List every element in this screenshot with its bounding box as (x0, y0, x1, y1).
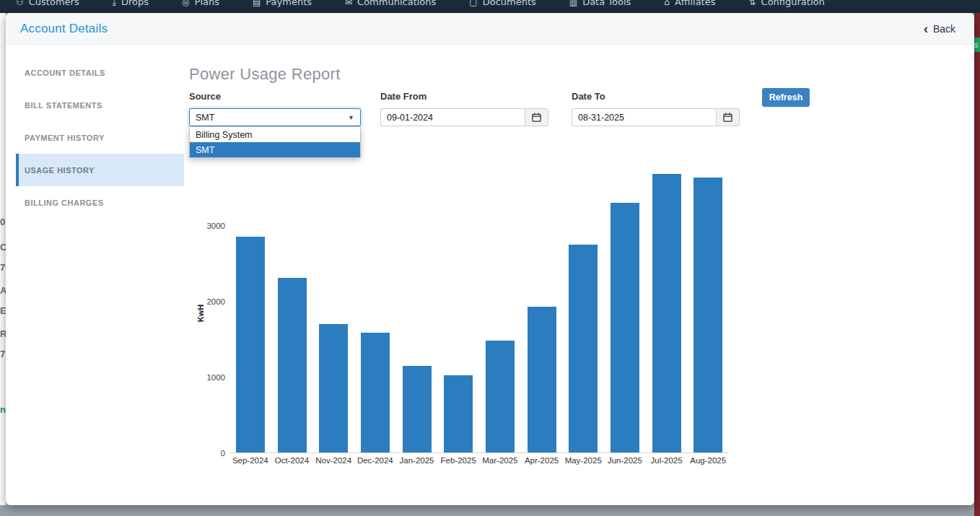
top-nav-items: ⚇Customers⤓Drops◎Plans▤Payments✉Communic… (0, 0, 980, 7)
background-bottom-strip (0, 505, 974, 516)
source-options-list: Billing SystemSMT (189, 126, 361, 158)
nav-item-label: Communications (357, 0, 436, 7)
calendar-icon (723, 113, 732, 122)
nav-item-affiliates[interactable]: ⌂Affiliates (664, 0, 715, 7)
background-fragment: 7 (0, 349, 5, 359)
bar-apr-2025[interactable] (528, 307, 556, 452)
nav-item-payments[interactable]: ▤Payments (253, 0, 312, 7)
calendar-icon (532, 113, 541, 122)
y-tick-label: 1000 (206, 373, 225, 382)
nav-item-label: Plans (195, 0, 219, 7)
bar-cell (229, 173, 271, 452)
date-to-calendar-button[interactable] (716, 108, 740, 126)
x-tick-label: Nov-2024 (312, 456, 354, 465)
page-title: Power Usage Report (189, 65, 341, 84)
sidebar-item-label: ACCOUNT DETAILS (25, 69, 105, 77)
refresh-button[interactable]: Refresh (762, 88, 810, 107)
bar-sep-2024[interactable] (236, 237, 265, 452)
nav-item-label: Payments (266, 0, 312, 7)
date-to-input[interactable] (572, 108, 716, 126)
nav-item-customers[interactable]: ⚇Customers (16, 0, 79, 7)
background-page-left-edge: 0C7AER7n (0, 13, 6, 505)
date-to-label: Date To (572, 91, 740, 102)
account-details-modal: Account Details ‹ Back ACCOUNT DETAILSBI… (6, 13, 974, 505)
nav-item-label: Drops (121, 0, 149, 7)
background-fragment: 7 (0, 262, 5, 273)
bar-aug-2025[interactable] (694, 178, 722, 452)
nav-item-drops[interactable]: ⤓Drops (113, 0, 149, 7)
sidebar-item-label: USAGE HISTORY (25, 166, 95, 175)
background-fragment: 0 (0, 217, 5, 227)
bar-may-2025[interactable] (569, 245, 598, 452)
nav-item-configuration[interactable]: ⇅Configuration (749, 0, 825, 7)
source-field: Source SMT ▼ Billing SystemSMT (189, 91, 361, 126)
usage-chart: KwH 0100020003000 Sep-2024Oct-2024Nov-20… (189, 157, 745, 482)
communications-icon: ✉ (345, 0, 352, 7)
y-axis-ticks: 0100020003000 (199, 173, 225, 453)
nav-item-label: Configuration (761, 0, 825, 7)
back-button[interactable]: ‹ Back (924, 13, 955, 45)
bar-mar-2025[interactable] (486, 341, 515, 452)
caret-down-icon: ▼ (348, 114, 354, 121)
date-from-label: Date From (380, 91, 548, 102)
source-select[interactable]: SMT ▼ (189, 108, 361, 126)
bar-oct-2024[interactable] (278, 278, 307, 452)
bar-cell (646, 173, 688, 452)
nav-item-label: Affiliates (675, 0, 716, 7)
sidebar-item-bill-statements[interactable]: BILL STATEMENTS (16, 89, 184, 121)
x-tick-label: Dec-2024 (354, 456, 396, 465)
background-fragment: E (0, 305, 6, 316)
y-tick-label: 3000 (206, 222, 225, 230)
bar-nov-2024[interactable] (319, 324, 348, 452)
bar-jul-2025[interactable] (652, 174, 681, 452)
data-tools-icon: ▥ (569, 0, 577, 7)
bar-cell (354, 173, 396, 452)
sidebar-item-label: BILL STATEMENTS (25, 101, 102, 110)
date-from-field: Date From (380, 91, 548, 126)
x-tick-label: Feb-2025 (437, 456, 479, 465)
nav-item-communications[interactable]: ✉Communications (345, 0, 436, 7)
bar-jun-2025[interactable] (611, 203, 639, 452)
y-tick-label: 0 (221, 449, 225, 458)
background-right-strip (974, 13, 980, 516)
x-tick-label: May-2025 (562, 456, 604, 465)
sidebar-item-usage-history[interactable]: USAGE HISTORY (16, 154, 184, 186)
background-fragment: C (0, 242, 6, 253)
documents-icon: ▢ (469, 0, 477, 7)
bar-feb-2025[interactable] (444, 375, 473, 452)
payments-icon: ▤ (253, 0, 261, 7)
x-axis-labels: Sep-2024Oct-2024Nov-2024Dec-2024Jan-2025… (229, 456, 729, 465)
sidebar-item-payment-history[interactable]: PAYMENT HISTORY (16, 121, 184, 154)
page: ⚇Customers⤓Drops◎Plans▤Payments✉Communic… (0, 0, 980, 516)
sidebar-item-billing-charges[interactable]: BILLING CHARGES (16, 186, 184, 219)
bar-cell (687, 173, 729, 452)
nav-item-documents[interactable]: ▢Documents (469, 0, 535, 7)
date-from-calendar-button[interactable] (525, 108, 548, 126)
nav-item-label: Data Tools (582, 0, 631, 7)
x-tick-label: Aug-2025 (687, 456, 729, 465)
bar-cell (271, 173, 313, 452)
date-to-field: Date To (572, 91, 740, 126)
chart-plot-area (229, 173, 729, 453)
configuration-icon: ⇅ (749, 0, 756, 7)
bar-cell (437, 173, 479, 452)
sidebar: ACCOUNT DETAILSBILL STATEMENTSPAYMENT HI… (16, 56, 184, 219)
source-option-billing-system[interactable]: Billing System (190, 127, 360, 142)
nav-item-plans[interactable]: ◎Plans (182, 0, 219, 7)
source-option-smt[interactable]: SMT (190, 142, 360, 157)
bar-jan-2025[interactable] (403, 366, 432, 452)
sidebar-item-label: PAYMENT HISTORY (25, 134, 105, 142)
nav-item-data-tools[interactable]: ▥Data Tools (569, 0, 631, 7)
modal-header: Account Details ‹ Back (6, 13, 974, 45)
bar-dec-2024[interactable] (361, 333, 390, 452)
sidebar-item-account-details[interactable]: ACCOUNT DETAILS (16, 56, 184, 89)
bar-cell (479, 173, 521, 452)
modal-title: Account Details (20, 13, 108, 45)
affiliates-icon: ⌂ (664, 0, 670, 7)
bar-cell (521, 173, 563, 452)
x-tick-label: Apr-2025 (521, 456, 563, 465)
source-select-value: SMT (196, 113, 214, 123)
date-from-group (380, 108, 548, 126)
background-fragment: R (0, 328, 6, 339)
date-from-input[interactable] (380, 108, 525, 126)
